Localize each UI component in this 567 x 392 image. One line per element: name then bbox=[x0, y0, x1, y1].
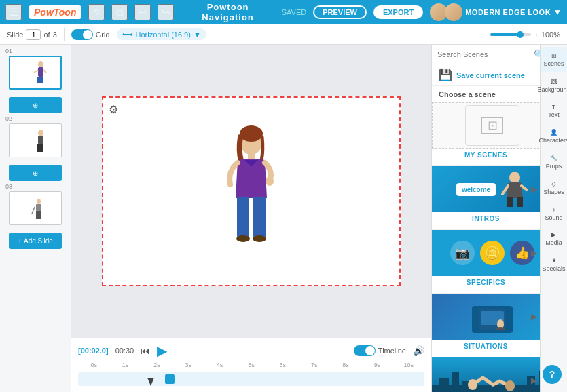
track-item[interactable] bbox=[165, 374, 175, 384]
slide-item: ⊕ 03 bbox=[0, 160, 71, 228]
specifics-label: SPECIFICS bbox=[432, 276, 540, 289]
layers-icon[interactable]: ⧉ bbox=[111, 4, 128, 20]
background-icon: 🖼 bbox=[551, 79, 557, 85]
svg-rect-2 bbox=[38, 67, 43, 77]
sidebar-item-scenes[interactable]: ⊞ Scenes bbox=[541, 47, 567, 72]
choose-scene-label: Choose a scene bbox=[432, 86, 540, 102]
current-time: [00:02.0] bbox=[78, 347, 109, 355]
settings-icon[interactable]: ⚙ bbox=[109, 103, 118, 116]
scenes-icon: ⊞ bbox=[551, 53, 557, 60]
canvas[interactable]: ⚙ bbox=[102, 96, 401, 286]
search-icon[interactable]: 🔍 bbox=[534, 49, 540, 60]
scene-category-intros: welcome ▶ INTROS bbox=[432, 166, 540, 230]
template-name: MODERN EDGE LOOK bbox=[465, 8, 551, 16]
sidebar-item-specials[interactable]: ★ Specials bbox=[541, 252, 567, 277]
svg-rect-40 bbox=[539, 371, 540, 392]
search-bar: 🔍 bbox=[432, 45, 540, 64]
right-sidebar: ⊞ Scenes 🖼 Background T Text 👤 Character… bbox=[540, 45, 567, 392]
toolbar: Slide of 3 Grid ⟷ Horizontal (16:9) ▼ − … bbox=[0, 24, 567, 45]
svg-point-13 bbox=[37, 199, 41, 204]
slide-number-input[interactable] bbox=[26, 29, 41, 40]
sidebar-item-shapes[interactable]: ◇ Shapes bbox=[541, 176, 567, 200]
slide-indicator: Slide of 3 bbox=[7, 29, 57, 40]
intros-label: INTROS bbox=[432, 212, 540, 225]
save-icon: 💾 bbox=[439, 68, 452, 81]
svg-rect-15 bbox=[36, 211, 39, 219]
step-back-button[interactable]: ⏮ bbox=[141, 345, 150, 356]
zoom-slider[interactable] bbox=[490, 33, 531, 36]
specifics-thumb[interactable]: 📷 🪙 👍 ▶ bbox=[432, 230, 540, 276]
concepts-thumb[interactable]: ▶ bbox=[432, 357, 540, 392]
svg-rect-10 bbox=[37, 144, 40, 152]
character-figure[interactable] bbox=[221, 123, 282, 259]
grid-toggle[interactable]: Grid bbox=[71, 29, 110, 40]
coin-icon: 🪙 bbox=[480, 241, 505, 265]
svg-rect-22 bbox=[237, 197, 249, 237]
slide-panel: 01 ⊕ 02 bbox=[0, 45, 71, 392]
redo-icon[interactable]: ↪ bbox=[158, 4, 174, 20]
svg-rect-0 bbox=[15, 59, 56, 86]
add-slide-button[interactable]: + Add Slide bbox=[9, 233, 62, 249]
sidebar-item-text[interactable]: T Text bbox=[541, 99, 567, 123]
volume-icon[interactable]: 🔊 bbox=[413, 345, 424, 356]
props-icon: 🔧 bbox=[550, 155, 557, 162]
intro-person-svg bbox=[501, 171, 528, 208]
specifics-thumbnail[interactable]: 📷 🪙 👍 bbox=[432, 230, 540, 276]
specifics-arrow: ▶ bbox=[531, 248, 537, 258]
profile-area[interactable]: MODERN EDGE LOOK ▼ bbox=[430, 3, 562, 21]
total-time: 00:30 bbox=[115, 347, 134, 355]
timeline-toggle[interactable]: Timeline bbox=[354, 345, 406, 356]
slide-thumb-2[interactable] bbox=[9, 123, 62, 157]
sidebar-item-background[interactable]: 🖼 Background bbox=[541, 73, 567, 98]
svg-point-42 bbox=[505, 380, 515, 391]
svg-rect-16 bbox=[39, 211, 41, 219]
playhead[interactable] bbox=[147, 378, 154, 386]
aspect-selector[interactable]: ⟷ Horizontal (16:9) ▼ bbox=[117, 28, 206, 40]
sidebar-item-media[interactable]: ▶ Media bbox=[541, 227, 567, 251]
add-slide-item: + Add Slide bbox=[0, 228, 71, 254]
svg-rect-37 bbox=[452, 372, 459, 392]
sidebar-item-characters[interactable]: 👤 Characters bbox=[541, 124, 567, 149]
svg-point-19 bbox=[240, 125, 263, 142]
play-button[interactable]: ▶ bbox=[157, 342, 167, 359]
profile-dropdown-icon[interactable]: ▼ bbox=[553, 7, 562, 17]
grid-switch[interactable] bbox=[71, 29, 93, 40]
search-input[interactable] bbox=[437, 50, 531, 58]
svg-point-26 bbox=[509, 172, 520, 184]
media-icon: ▶ bbox=[551, 232, 556, 239]
sidebar-item-sound[interactable]: ♪ Sound bbox=[541, 201, 567, 226]
intro-thumbnail[interactable]: welcome bbox=[432, 166, 540, 212]
timeline-controls: [00:02.0] 00:30 ⏮ ▶ Timeline 🔊 bbox=[78, 342, 424, 359]
zoom-control: − + 100% bbox=[483, 31, 560, 39]
add-slide-between-btn2[interactable]: ⊕ bbox=[9, 165, 62, 181]
scene-scroll: ⊡ MY SCENES welcome bbox=[432, 102, 540, 392]
concepts-arrow: ▶ bbox=[531, 376, 537, 385]
svg-point-21 bbox=[266, 176, 274, 186]
timeline-track[interactable] bbox=[78, 372, 424, 386]
slide-thumb-1[interactable] bbox=[9, 56, 62, 90]
specials-icon: ★ bbox=[551, 258, 557, 264]
save-scene-button[interactable]: 💾 Save current scene bbox=[432, 64, 540, 86]
help-icon[interactable]: ? bbox=[88, 4, 105, 20]
canvas-wrapper: ⚙ bbox=[71, 45, 431, 338]
timeline-switch[interactable] bbox=[354, 345, 376, 356]
svg-rect-27 bbox=[507, 197, 513, 207]
right-panel: 🔍 💾 Save current scene Choose a scene ⊡ … bbox=[431, 45, 567, 392]
slide-item: 01 bbox=[0, 45, 71, 92]
situations-thumbnail[interactable] bbox=[432, 294, 540, 340]
scene-category-concepts: ▶ CONCEPTS bbox=[432, 357, 540, 392]
situations-label: SITUATIONS bbox=[432, 340, 540, 353]
add-slide-between-btn[interactable]: ⊕ bbox=[9, 97, 62, 113]
sidebar-item-props[interactable]: 🔧 Props bbox=[541, 150, 567, 174]
undo-icon[interactable]: ↩ bbox=[134, 4, 151, 20]
menu-icon[interactable]: ☰ bbox=[5, 4, 22, 20]
svg-rect-7 bbox=[15, 127, 56, 154]
preview-button[interactable]: PREVIEW bbox=[313, 5, 367, 19]
help-button[interactable]: ? bbox=[543, 365, 562, 384]
concepts-thumbnail[interactable] bbox=[432, 357, 540, 392]
slide-thumb-3[interactable] bbox=[9, 191, 62, 225]
intros-thumb[interactable]: welcome ▶ bbox=[432, 166, 540, 212]
situations-thumb[interactable]: ▶ bbox=[432, 294, 540, 340]
export-button[interactable]: EXPORT bbox=[373, 5, 423, 19]
svg-point-1 bbox=[38, 61, 43, 68]
